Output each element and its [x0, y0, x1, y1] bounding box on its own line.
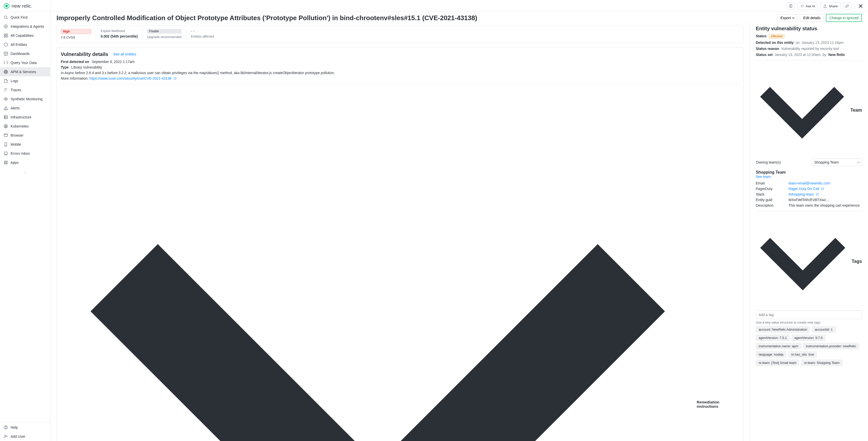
details-column[interactable]: High 7.8 CVSS Exploit likelihood 0.002 (… [51, 22, 749, 441]
team-card: Shopping Team See team Email team-email@… [756, 170, 862, 207]
tag-chip[interactable]: instrumentation.provider: newRelic [803, 343, 859, 349]
tag-chip[interactable]: nr.has_slis: true [788, 351, 817, 358]
sidebar-item-mobile[interactable]: Mobile [0, 140, 50, 149]
sidebar-item-logs[interactable]: Logs [0, 76, 50, 86]
team-email-row: Email team-email@newrelic.com [756, 181, 862, 185]
sidebar-item-label: APM & Services [10, 70, 36, 74]
svg-rect-34 [6, 161, 7, 162]
export-dropdown[interactable]: Export [777, 14, 798, 22]
fixable-sub: Upgrade recommended [147, 35, 182, 39]
sidebar-item-capabilities[interactable]: All Capabilities [0, 31, 50, 40]
sidebar-item-synthetics[interactable]: Synthetic Monitoring [0, 95, 50, 104]
inbox-icon [3, 151, 8, 156]
type-row: Type Library Vulnerability [61, 65, 739, 69]
sidebar-item-browser[interactable]: Browser [0, 131, 50, 140]
tag-chip[interactable]: nr.team: Shopping Team [801, 360, 842, 366]
sidebar-more[interactable]: ... [0, 167, 50, 176]
edit-details-button[interactable]: Edit details [800, 14, 824, 22]
sidebar-item-label: Infrastructure [10, 115, 31, 119]
add-tag-input[interactable] [756, 310, 862, 319]
sidebar-item-add-user[interactable]: Add User [0, 432, 50, 441]
sidebar-item-label: Logs [10, 79, 18, 83]
svg-point-20 [5, 99, 6, 100]
sidebar-item-integrations[interactable]: Integrations & Agents [0, 22, 50, 31]
guid-value: MXxFWFR8VEVBTXwz… [788, 198, 862, 202]
sidebar-item-label: Alerts [10, 106, 20, 110]
sidebar-item-traces[interactable]: Traces [0, 86, 50, 95]
status-set-label: Status set [756, 53, 773, 57]
status-label: Status [756, 34, 767, 38]
user-plus-icon [3, 434, 8, 439]
sidebar-item-errors-inbox[interactable]: Errors Inbox [0, 149, 50, 158]
vuln-details-heading: Vulnerability details See all entities [61, 52, 739, 57]
sidebar-item-entities[interactable]: All Entities [0, 40, 50, 49]
ask-ai-label: Ask AI [806, 4, 815, 8]
share-button[interactable]: Share [820, 2, 840, 9]
sidebar-item-label: Apps [10, 161, 19, 165]
change-to-ignored-button[interactable]: Change to ignored [826, 14, 862, 22]
owning-team-row: Owning team(s) Shopping Team [756, 159, 862, 166]
summary-card: High 7.8 CVSS Exploit likelihood 0.002 (… [57, 25, 743, 43]
main: Ask AI Share Improperly Controlled Modif… [51, 0, 868, 441]
team-guid-row: Entity guid MXxFWFR8VEVBTXwz… [756, 198, 862, 202]
pd-link-text: Pager Duty On Call [788, 187, 819, 191]
link-icon [845, 4, 849, 8]
owning-team-select[interactable]: Shopping Team [811, 159, 862, 166]
fixable-cell: Fixable Upgrade recommended [147, 29, 186, 39]
export-label: Export [780, 16, 790, 20]
see-team-link[interactable]: See team [756, 175, 771, 179]
alert-icon [3, 106, 8, 110]
email-link[interactable]: team-email@newrelic.com [788, 181, 862, 185]
divider [756, 60, 862, 61]
see-all-entities-link[interactable]: See all entities [113, 52, 136, 56]
sidebar-item-query-data[interactable]: Query Your Data [0, 58, 50, 67]
svg-point-38 [5, 428, 6, 429]
tag-chip[interactable]: agentVersion: 7.5.1 [756, 335, 789, 341]
doc-icon-button[interactable] [787, 2, 795, 9]
sidebar-item-help[interactable]: Help [0, 423, 50, 432]
pd-link[interactable]: Pager Duty On Call [788, 187, 862, 191]
team-toggle[interactable]: Team [756, 64, 862, 157]
desc-value: This team owns the shopping cart experie… [788, 203, 862, 207]
dashboard-icon [3, 52, 8, 56]
svg-point-26 [5, 118, 5, 118]
moreinfo-link[interactable]: https://www.suse.com/security/cve/CVE-20… [90, 76, 177, 80]
tag-chip[interactable]: account: NewRelic Administration [756, 326, 810, 333]
sidebar-item-quick-find[interactable]: Quick Find [0, 13, 50, 22]
grid-icon [3, 33, 8, 38]
hex-icon [3, 42, 8, 47]
sidebar-item-label: Browser [10, 133, 24, 137]
status-affected-pill: Affected [769, 34, 785, 39]
tag-chip[interactable]: language: nodejs [756, 351, 786, 358]
copy-link-button[interactable] [843, 2, 851, 9]
affected-cell: - - Entities affected [191, 29, 226, 39]
ask-ai-button[interactable]: Ask AI [797, 2, 818, 9]
right-column[interactable]: Entity vulnerability status Status Affec… [749, 22, 868, 441]
sidebar-item-apps[interactable]: Apps [0, 158, 50, 167]
content: High 7.8 CVSS Exploit likelihood 0.002 (… [51, 22, 868, 441]
sidebar-item-kubernetes[interactable]: Kubernetes [0, 122, 50, 131]
brand-logo[interactable]: new relic. [0, 0, 50, 12]
tag-chip[interactable]: nr.team: [Test] Small team [756, 360, 799, 366]
tag-chip[interactable]: agentVersion: 9.7.0 [792, 335, 826, 341]
svg-point-32 [5, 145, 6, 146]
remediation-toggle[interactable]: Remediation instructions [61, 88, 739, 441]
sidebar-item-apm[interactable]: APM & Services [0, 67, 50, 76]
tag-chip[interactable]: accountId: 1 [812, 326, 835, 333]
sidebar-item-dashboards[interactable]: Dashboards [0, 49, 50, 58]
tags-toggle[interactable]: Tags [756, 215, 862, 308]
sidebar-item-infrastructure[interactable]: Infrastructure [0, 113, 50, 122]
status-set-by: New Relic [829, 53, 845, 57]
team-heading: Team [850, 108, 862, 113]
svg-rect-10 [6, 36, 7, 37]
detected-when: January 13, 2023 11:24pm [802, 41, 844, 44]
sidebar-item-alerts[interactable]: Alerts [0, 104, 50, 113]
sidebar-item-label: Query Your Data [10, 61, 37, 65]
first-detected-value: September 9, 2022 1:17am [92, 60, 135, 64]
affected-dash: - - [191, 29, 222, 33]
slack-link[interactable]: #shopping-team [788, 192, 862, 196]
status-set-row: Status set January 13, 2023 at 12:00am b… [756, 53, 862, 57]
tag-chip[interactable]: instrumentation.name: apm [756, 343, 801, 349]
external-link-icon [174, 77, 177, 80]
close-button[interactable] [858, 3, 864, 9]
